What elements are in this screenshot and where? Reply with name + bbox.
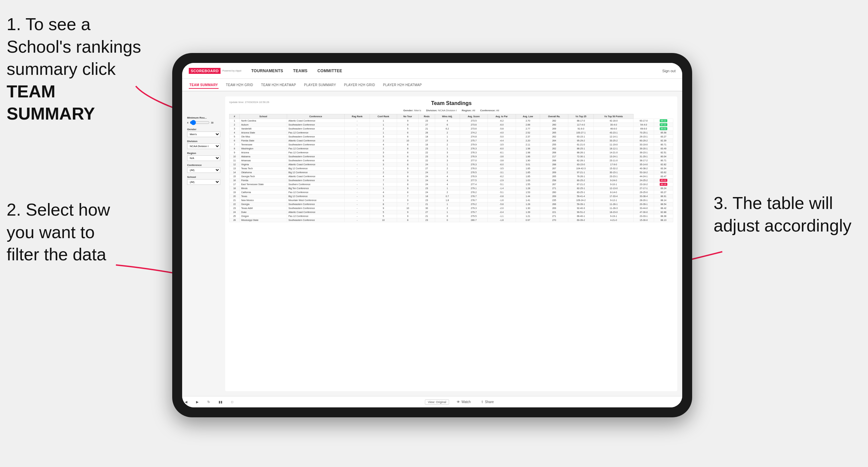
table-row: 7TennesseeSoutheastern Conference-481622… — [229, 143, 673, 147]
col-avg-low: Avg. Low — [516, 114, 540, 119]
table-row: 22GeorgiaSoutheastern Conference-8721127… — [229, 203, 673, 206]
standings-table: # School Conference Rag Rank Conf Rank N… — [229, 114, 673, 222]
instruction-3: 3. The table will adjust accordingly — [714, 192, 851, 237]
col-conf-rank: Conf Rank — [370, 114, 397, 119]
top-nav: SCOREBOARD Powered by clippd TOURNAMENTS… — [182, 63, 682, 79]
region-select[interactable]: N/A All — [187, 155, 220, 161]
table-row: 10AlabamaSoutheastern Conference-5623327… — [229, 155, 673, 159]
school-label: School — [187, 176, 220, 179]
share-button[interactable]: ⇧ Share — [478, 399, 496, 405]
col-rag-rank: Rag Rank — [344, 114, 370, 119]
table-row: 17East Tennessee StateSouthern Conferenc… — [229, 183, 673, 186]
gender-pill: Gender: Men's — [403, 109, 421, 112]
table-row: 19CaliforniaPac-12 Conference-48242278.2… — [229, 190, 673, 194]
table-row: 8WashingtonPac-12 Conference-28231276.3-… — [229, 147, 673, 151]
col-rnds: Rnds — [418, 114, 435, 119]
region-label: Region — [187, 152, 220, 155]
tab-player-h2h-grid[interactable]: PLAYER H2H GRID — [343, 82, 376, 88]
division-select[interactable]: NCAA Division I NCAA Division II NCAA Di… — [187, 144, 220, 149]
tablet-frame: SCOREBOARD Powered by clippd TOURNAMENTS… — [172, 53, 692, 417]
tab-player-summary[interactable]: PLAYER SUMMARY — [303, 82, 337, 88]
share-tools[interactable]: □ — [228, 399, 236, 405]
table-row: 15Georgia TechAtlantic Coast Conference-… — [229, 175, 673, 179]
main-content: Minimum Rou... 4 30 Gender Men's Women's — [182, 91, 682, 396]
logo-area: SCOREBOARD Powered by clippd — [189, 68, 241, 74]
table-row: 12VirginiaAtlantic Coast Conference-3824… — [229, 163, 673, 166]
table-header-section: Update time: 27/03/2024 16:56:26 Team St… — [229, 100, 673, 106]
col-avg-score: Avg. Score — [460, 114, 488, 119]
table-area: Update time: 27/03/2024 16:56:26 Team St… — [225, 96, 677, 391]
region-pill: Region: All — [462, 109, 475, 112]
col-vs-top-25: Vs Top 25 — [568, 114, 594, 119]
table-row: 26Mississippi StateSoutheastern Conferen… — [229, 218, 673, 222]
bookmark-button[interactable]: ▮▮ — [216, 399, 225, 405]
col-no-tour: No Tour — [397, 114, 418, 119]
region-filter: Region N/A All — [187, 152, 220, 161]
table-row: 21New MexicoMountain West Conference-192… — [229, 198, 673, 203]
table-row: 5Ole MissSoutheastern Conference-3618127… — [229, 135, 673, 139]
tab-team-h2h-grid[interactable]: TEAM H2H GRID — [225, 82, 254, 88]
sub-nav: TEAM SUMMARY TEAM H2H GRID TEAM H2H HEAT… — [182, 79, 682, 91]
col-overall-ra: Overall Ra. — [540, 114, 568, 119]
conference-select[interactable]: (All) — [187, 167, 220, 173]
table-row: 16FloridaSoutheastern Conference-7924427… — [229, 179, 673, 183]
tablet-screen: SCOREBOARD Powered by clippd TOURNAMENTS… — [182, 63, 682, 407]
table-row: 13Texas TechBig 12 Conference-19272276.0… — [229, 166, 673, 170]
division-filter: Division NCAA Division I NCAA Division I… — [187, 140, 220, 149]
nav-tournaments[interactable]: TOURNAMENTS — [251, 67, 283, 74]
max-val: 30 — [211, 122, 214, 124]
watch-button[interactable]: 👁 Watch — [454, 399, 473, 405]
col-rank: # — [229, 114, 240, 119]
nav-committee[interactable]: COMMITTEE — [318, 67, 342, 74]
filters-panel: Minimum Rou... 4 30 Gender Men's Women's — [187, 96, 220, 391]
table-row: 11ArkansasSoutheastern Conference-682232… — [229, 159, 673, 163]
table-row: 18IllinoisBig Ten Conference-19231279.1-… — [229, 186, 673, 190]
table-row: 20TexasBig 12 Conference-37180.7278.7-0.… — [229, 194, 673, 198]
gender-filter: Gender Men's Women's — [187, 128, 220, 137]
table-row: 14OklahomaBig 12 Conference-29242276.5-3… — [229, 170, 673, 175]
col-school: School — [240, 114, 287, 119]
col-conference: Conference — [287, 114, 344, 119]
minimum-rounds-filter: Minimum Rou... 4 30 — [187, 116, 220, 125]
conference-label: Conference — [187, 164, 220, 166]
table-row: 2AuburnSoutheastern Conference-19276273.… — [229, 123, 673, 127]
view-original-button[interactable]: View: Original — [425, 399, 449, 405]
table-row: 1North CarolinaAtlantic Coast Conference… — [229, 119, 673, 123]
tab-team-summary[interactable]: TEAM SUMMARY — [189, 82, 219, 89]
bottom-bar: ◀ ▶ ↻ ▮▮ □ View: Original 👁 Watch ⇧ Shar… — [182, 396, 682, 407]
update-time: Update time: 27/03/2024 16:56:26 — [229, 100, 269, 104]
table-title: Team Standings — [269, 100, 633, 106]
conference-pill: Conference: All — [480, 109, 499, 112]
col-avg-par: Avg. to Par — [488, 114, 516, 119]
table-row: 25OregonPac-12 Conference-59210279.5-1.1… — [229, 214, 673, 218]
forward-button[interactable]: ▶ — [193, 399, 202, 405]
logo: SCOREBOARD — [189, 68, 221, 74]
table-row: 23Texas A&MSoutheastern Conference-91030… — [229, 206, 673, 210]
table-row: 4Arizona StatePac-12 Conference-16262274… — [229, 131, 673, 135]
school-filter: School (All) — [187, 176, 220, 185]
minimum-rounds-label: Minimum Rou... — [187, 116, 220, 119]
table-row: 9ArizonaPac-12 Conference-38223276.3-6.1… — [229, 151, 673, 155]
back-button[interactable]: ◀ — [182, 399, 190, 405]
rounds-slider[interactable] — [190, 120, 210, 125]
table-row: 24DukeAtlantic Coast Conference-59271279… — [229, 210, 673, 214]
nav-teams[interactable]: TEAMS — [293, 67, 308, 74]
logo-sub: Powered by clippd — [222, 69, 241, 72]
tab-player-h2h-heatmap[interactable]: PLAYER H2H HEATMAP — [382, 82, 422, 88]
instruction-2: 2. Select how you want to filter the dat… — [7, 199, 110, 266]
col-vs-top-50-points: Vs Top 50 Points — [594, 114, 633, 119]
col-wins-adj: Wins Adj. — [435, 114, 460, 119]
sign-out-button[interactable]: Sign out — [662, 69, 676, 73]
main-nav: TOURNAMENTS TEAMS COMMITTEE — [251, 67, 662, 74]
gender-label: Gender — [187, 128, 220, 131]
filter-pills: Gender: Men's Division: NCAA Division I … — [229, 109, 673, 112]
conference-filter: Conference (All) — [187, 164, 220, 173]
min-val: 4 — [187, 122, 188, 124]
table-row: 6Florida StateAtlantic Coast Conference-… — [229, 139, 673, 143]
refresh-button[interactable]: ↻ — [205, 399, 213, 405]
school-select[interactable]: (All) — [187, 179, 220, 185]
table-row: 3VanderbiltSoutheastern Conference-25216… — [229, 127, 673, 131]
tab-team-h2h-heatmap[interactable]: TEAM H2H HEATMAP — [260, 82, 297, 88]
gender-select[interactable]: Men's Women's — [187, 131, 220, 137]
division-label: Division — [187, 140, 220, 143]
